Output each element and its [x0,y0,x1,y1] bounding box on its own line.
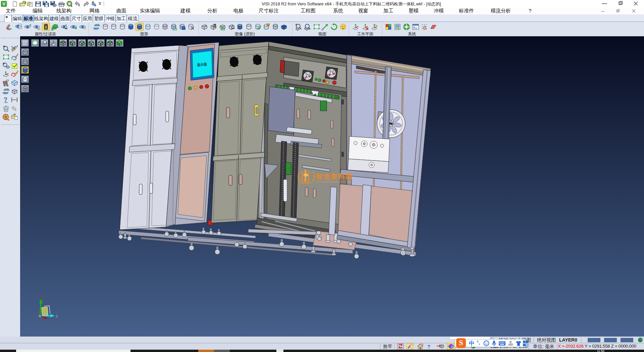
svg-text:s: s [30,23,31,27]
svg-text:+: + [295,23,297,27]
svg-text:s: s [205,24,207,27]
svg-text:X: X [49,318,51,322]
svg-text:Y: Y [40,295,42,299]
svg-text:Z: Z [56,314,58,318]
svg-text:智造资料网: 智造资料网 [316,173,353,180]
svg-text:+: + [232,24,234,27]
svg-text:INTELLIGENT MANUFACTURING DATA: INTELLIGENT MANUFACTURING DATA [316,181,353,183]
svg-text:+: + [65,24,67,27]
svg-text:7: 7 [511,343,513,346]
